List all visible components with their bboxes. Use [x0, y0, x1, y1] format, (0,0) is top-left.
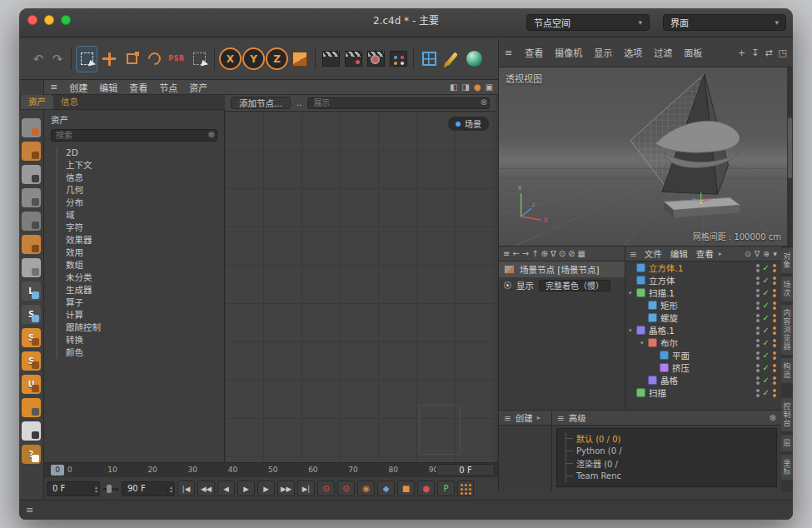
render-queue-item[interactable]: Team Renc	[566, 470, 776, 482]
asset-category-item[interactable]: 生成器	[57, 284, 224, 296]
split-vertical-icon[interactable]: ◨	[461, 82, 469, 92]
tool-cone-icon[interactable]	[22, 188, 41, 207]
render-view-button[interactable]	[320, 46, 341, 72]
tool-primitive-cube-icon[interactable]	[22, 142, 41, 161]
asset-category-item[interactable]: 未分类	[57, 271, 224, 284]
keyframe-selection-button[interactable]	[457, 481, 474, 496]
enabled-check-icon[interactable]: ✓	[763, 263, 770, 272]
node-editor-canvas[interactable]: 场景	[225, 112, 496, 462]
clear-search-icon[interactable]: ⊗	[208, 130, 215, 139]
asset-category-item[interactable]: 数组	[57, 259, 224, 271]
keyframe-rotation-button[interactable]: ●	[417, 481, 435, 496]
hamburger-icon[interactable]: ≡	[504, 413, 511, 423]
keyframe-parameter-button[interactable]: P	[437, 481, 455, 496]
chevron-right-icon[interactable]: ▸	[537, 414, 541, 421]
keyframe-scale-button[interactable]: ■	[397, 481, 415, 496]
tool-magnet-icon[interactable]: U	[22, 375, 41, 394]
viewport-scrollbar[interactable]	[787, 67, 793, 246]
tool-cube-dark-icon[interactable]	[22, 212, 41, 231]
enabled-check-icon[interactable]: ✓	[763, 338, 770, 347]
editor-render-dots-icon[interactable]	[773, 351, 776, 360]
asset-search-input[interactable]	[51, 129, 217, 142]
enabled-check-icon[interactable]: ✓	[763, 351, 770, 360]
undo-button[interactable]: ↶	[29, 46, 47, 72]
display-mode-select[interactable]: 完整着色（慢）	[539, 280, 610, 291]
viewport-menu-item[interactable]: 显示	[588, 46, 618, 59]
add-icon[interactable]: ⊕	[541, 249, 548, 258]
tool-cube-anchor-icon[interactable]	[22, 118, 41, 137]
side-tab[interactable]: 对象	[781, 248, 794, 273]
enabled-check-icon[interactable]: ✓	[763, 326, 770, 335]
editor-render-dots-icon[interactable]	[773, 339, 776, 347]
expander-icon[interactable]: ▾	[640, 340, 648, 346]
record-keyframe-button[interactable]: ⊙	[317, 481, 335, 496]
om-menu-item[interactable]: 编辑	[667, 247, 691, 260]
prev-key-button[interactable]: ◀◀	[197, 481, 215, 496]
perspective-viewport[interactable]: Y X z 透视视图 网格间距 : 100000 cm	[498, 67, 793, 246]
viewport-menu-item[interactable]: 查看	[519, 46, 549, 59]
more-button[interactable]: ..	[296, 98, 301, 107]
asset-category-item[interactable]: 跟随控制	[57, 321, 224, 334]
live-selection-button[interactable]	[76, 46, 97, 72]
visibility-dots-icon[interactable]	[756, 376, 760, 385]
tool-metaball-icon[interactable]	[22, 165, 41, 184]
radio-icon[interactable]	[504, 281, 511, 289]
visibility-dots-icon[interactable]	[756, 314, 760, 322]
object-row[interactable]: 矩形 ✓	[625, 299, 781, 311]
side-tab[interactable]: 场次	[781, 276, 794, 301]
menu-item[interactable]: 查看	[123, 81, 153, 94]
selection-filter-button[interactable]	[188, 46, 210, 72]
asset-category-item[interactable]: 计算	[57, 309, 224, 321]
chevron-right-icon[interactable]: ▸	[719, 250, 722, 257]
tool-plane-icon[interactable]	[22, 258, 41, 277]
visibility-dots-icon[interactable]	[756, 364, 760, 372]
create-tab[interactable]: 创建	[516, 411, 533, 424]
enabled-check-icon[interactable]: ✓	[763, 388, 770, 397]
scene-context-chip[interactable]: 场景	[448, 117, 489, 131]
visibility-dots-icon[interactable]	[756, 389, 760, 397]
new-panel-icon[interactable]: ▣	[486, 82, 493, 92]
object-row[interactable]: ▾ 扫描.1 ✓	[625, 286, 781, 299]
menu-item[interactable]: 创建	[63, 81, 93, 94]
viewport-menu-item[interactable]: 选项	[618, 46, 648, 59]
lock-y-axis-button[interactable]: Y	[242, 47, 265, 70]
enabled-check-icon[interactable]: ✓	[763, 301, 770, 310]
keyframe-all-button[interactable]: ◉	[357, 481, 375, 496]
solo-icon[interactable]: ⊙	[559, 249, 565, 258]
viewport-menu-item[interactable]: 过滤	[648, 46, 678, 59]
timeline-playhead[interactable]: 0	[51, 465, 64, 476]
pan-view-icon[interactable]: +	[738, 47, 745, 58]
visibility-dots-icon[interactable]	[756, 351, 760, 360]
hamburger-icon[interactable]: ≡	[505, 47, 512, 58]
tool-spline-arc-icon[interactable]: S	[22, 305, 41, 324]
lock-z-axis-button[interactable]: Z	[266, 47, 288, 70]
menu-item[interactable]: 节点	[153, 81, 183, 94]
dock-view-icon[interactable]: ↧	[751, 47, 759, 58]
tool-checker-icon[interactable]	[22, 421, 41, 441]
side-tab[interactable]: 构造	[781, 358, 794, 383]
object-row[interactable]: ▾ 布尔 ✓	[625, 336, 781, 349]
scene-node-root-item[interactable]: 场景节点 [场景节点]	[499, 262, 625, 277]
side-tab[interactable]: 坐标	[781, 455, 794, 480]
asset-category-item[interactable]: 信息	[57, 172, 224, 184]
search-icon[interactable]: ⊙	[745, 249, 751, 258]
editor-render-dots-icon[interactable]	[773, 376, 776, 385]
chevron-down-icon[interactable]: ▾	[773, 249, 777, 258]
material-button[interactable]	[463, 46, 485, 72]
stepper-icons[interactable]: ▴▾	[92, 485, 97, 493]
expander-icon[interactable]: ▾	[629, 327, 636, 334]
render-queue-item[interactable]: Python (0 /	[566, 445, 776, 457]
render-queue-button[interactable]	[387, 46, 409, 72]
render-queue-item[interactable]: 默认 (0 / 0)	[566, 432, 776, 445]
visibility-dots-icon[interactable]	[756, 339, 760, 347]
visibility-dots-icon[interactable]	[756, 264, 760, 272]
stepper-icons[interactable]: ▴▾	[167, 485, 172, 493]
editor-render-dots-icon[interactable]	[773, 389, 776, 397]
menu-item[interactable]: 资产	[183, 81, 213, 94]
tool-subdivide-sphere-icon[interactable]: S	[22, 328, 41, 347]
asset-category-item[interactable]: 效用	[57, 247, 224, 259]
visibility-dots-icon[interactable]	[756, 326, 760, 335]
enabled-check-icon[interactable]: ✓	[763, 363, 770, 372]
tool-smooth-sphere-icon[interactable]: S	[22, 351, 41, 371]
menu-item[interactable]: 编辑	[93, 81, 123, 94]
